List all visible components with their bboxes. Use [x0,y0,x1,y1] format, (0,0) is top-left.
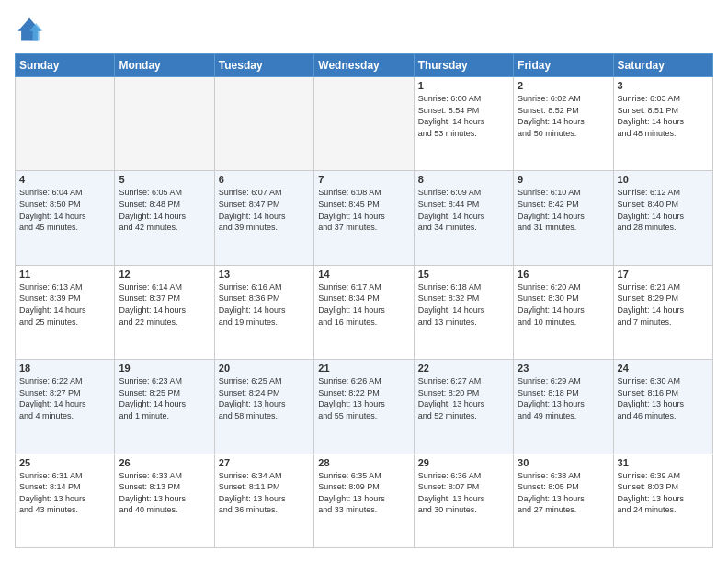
week-row-0: 1Sunrise: 6:00 AM Sunset: 8:54 PM Daylig… [16,77,713,171]
day-number: 10 [618,174,709,185]
calendar-cell: 16Sunrise: 6:20 AM Sunset: 8:30 PM Dayli… [514,265,613,359]
day-number: 29 [418,457,509,468]
day-info: Sunrise: 6:09 AM Sunset: 8:44 PM Dayligh… [418,187,509,233]
day-info: Sunrise: 6:31 AM Sunset: 8:14 PM Dayligh… [19,470,110,516]
calendar-cell: 11Sunrise: 6:13 AM Sunset: 8:39 PM Dayli… [16,265,115,359]
day-info: Sunrise: 6:26 AM Sunset: 8:22 PM Dayligh… [318,375,409,421]
day-info: Sunrise: 6:12 AM Sunset: 8:40 PM Dayligh… [618,187,709,233]
calendar-cell: 22Sunrise: 6:27 AM Sunset: 8:20 PM Dayli… [414,360,513,454]
header-sunday: Sunday [16,54,115,77]
day-number: 23 [518,362,609,373]
day-info: Sunrise: 6:25 AM Sunset: 8:24 PM Dayligh… [219,375,310,421]
calendar-cell: 25Sunrise: 6:31 AM Sunset: 8:14 PM Dayli… [16,454,115,547]
day-info: Sunrise: 6:04 AM Sunset: 8:50 PM Dayligh… [19,187,110,233]
day-info: Sunrise: 6:07 AM Sunset: 8:47 PM Dayligh… [219,187,310,233]
header-saturday: Saturday [613,54,712,77]
calendar-cell: 12Sunrise: 6:14 AM Sunset: 8:37 PM Dayli… [115,265,214,359]
day-number: 15 [418,269,509,280]
day-info: Sunrise: 6:16 AM Sunset: 8:36 PM Dayligh… [219,282,310,327]
day-info: Sunrise: 6:14 AM Sunset: 8:37 PM Dayligh… [119,282,210,327]
calendar-table: SundayMondayTuesdayWednesdayThursdayFrid… [15,53,713,548]
calendar-cell: 28Sunrise: 6:35 AM Sunset: 8:09 PM Dayli… [314,454,414,547]
calendar-body: 1Sunrise: 6:00 AM Sunset: 8:54 PM Daylig… [16,77,713,548]
calendar-cell: 21Sunrise: 6:26 AM Sunset: 8:22 PM Dayli… [314,360,414,454]
day-number: 31 [618,457,709,468]
day-info: Sunrise: 6:13 AM Sunset: 8:39 PM Dayligh… [19,282,110,327]
calendar-cell: 10Sunrise: 6:12 AM Sunset: 8:40 PM Dayli… [613,171,712,265]
header-wednesday: Wednesday [314,54,414,77]
day-number: 4 [19,174,110,185]
calendar-cell: 7Sunrise: 6:08 AM Sunset: 8:45 PM Daylig… [314,171,414,265]
calendar-cell: 14Sunrise: 6:17 AM Sunset: 8:34 PM Dayli… [314,265,414,359]
day-info: Sunrise: 6:29 AM Sunset: 8:18 PM Dayligh… [518,375,609,421]
week-row-3: 18Sunrise: 6:22 AM Sunset: 8:27 PM Dayli… [16,360,713,454]
header-row: SundayMondayTuesdayWednesdayThursdayFrid… [16,54,713,77]
calendar-cell: 5Sunrise: 6:05 AM Sunset: 8:48 PM Daylig… [115,171,214,265]
day-number: 21 [318,362,409,373]
day-number: 30 [518,457,609,468]
calendar-cell: 4Sunrise: 6:04 AM Sunset: 8:50 PM Daylig… [16,171,115,265]
day-number: 12 [119,269,210,280]
day-info: Sunrise: 6:00 AM Sunset: 8:54 PM Dayligh… [418,93,509,139]
calendar-cell: 27Sunrise: 6:34 AM Sunset: 8:11 PM Dayli… [214,454,313,547]
day-number: 22 [418,362,509,373]
day-info: Sunrise: 6:36 AM Sunset: 8:07 PM Dayligh… [418,470,509,516]
day-number: 2 [518,80,609,91]
day-number: 5 [119,174,210,185]
day-info: Sunrise: 6:39 AM Sunset: 8:03 PM Dayligh… [618,470,709,516]
calendar-cell: 23Sunrise: 6:29 AM Sunset: 8:18 PM Dayli… [514,360,613,454]
day-info: Sunrise: 6:05 AM Sunset: 8:48 PM Dayligh… [119,187,210,233]
calendar-cell: 20Sunrise: 6:25 AM Sunset: 8:24 PM Dayli… [214,360,313,454]
day-number: 16 [518,269,609,280]
week-row-4: 25Sunrise: 6:31 AM Sunset: 8:14 PM Dayli… [16,454,713,547]
header-thursday: Thursday [414,54,513,77]
day-number: 20 [219,362,310,373]
header-friday: Friday [514,54,613,77]
day-info: Sunrise: 6:17 AM Sunset: 8:34 PM Dayligh… [318,282,409,327]
day-number: 24 [618,362,709,373]
calendar-cell: 26Sunrise: 6:33 AM Sunset: 8:13 PM Dayli… [115,454,214,547]
day-number: 6 [219,174,310,185]
calendar-cell: 9Sunrise: 6:10 AM Sunset: 8:42 PM Daylig… [514,171,613,265]
calendar-cell [314,77,414,171]
day-info: Sunrise: 6:38 AM Sunset: 8:05 PM Dayligh… [518,470,609,516]
calendar-cell: 19Sunrise: 6:23 AM Sunset: 8:25 PM Dayli… [115,360,214,454]
day-number: 25 [19,457,110,468]
week-row-2: 11Sunrise: 6:13 AM Sunset: 8:39 PM Dayli… [16,265,713,359]
calendar-cell: 3Sunrise: 6:03 AM Sunset: 8:51 PM Daylig… [613,77,712,171]
day-number: 14 [318,269,409,280]
page: SundayMondayTuesdayWednesdayThursdayFrid… [0,0,728,563]
day-info: Sunrise: 6:21 AM Sunset: 8:29 PM Dayligh… [618,282,709,327]
day-number: 8 [418,174,509,185]
day-number: 3 [618,80,709,91]
calendar-header: SundayMondayTuesdayWednesdayThursdayFrid… [16,54,713,77]
calendar-cell: 24Sunrise: 6:30 AM Sunset: 8:16 PM Dayli… [613,360,712,454]
calendar-cell: 29Sunrise: 6:36 AM Sunset: 8:07 PM Dayli… [414,454,513,547]
logo [15,15,48,44]
header [15,15,713,44]
day-number: 27 [219,457,310,468]
day-info: Sunrise: 6:35 AM Sunset: 8:09 PM Dayligh… [318,470,409,516]
week-row-1: 4Sunrise: 6:04 AM Sunset: 8:50 PM Daylig… [16,171,713,265]
day-info: Sunrise: 6:03 AM Sunset: 8:51 PM Dayligh… [618,93,709,139]
day-number: 9 [518,174,609,185]
calendar-cell: 18Sunrise: 6:22 AM Sunset: 8:27 PM Dayli… [16,360,115,454]
header-monday: Monday [115,54,214,77]
day-info: Sunrise: 6:30 AM Sunset: 8:16 PM Dayligh… [618,375,709,421]
calendar-cell: 13Sunrise: 6:16 AM Sunset: 8:36 PM Dayli… [214,265,313,359]
calendar-cell: 6Sunrise: 6:07 AM Sunset: 8:47 PM Daylig… [214,171,313,265]
day-number: 19 [119,362,210,373]
day-info: Sunrise: 6:22 AM Sunset: 8:27 PM Dayligh… [19,375,110,421]
day-number: 18 [19,362,110,373]
day-info: Sunrise: 6:27 AM Sunset: 8:20 PM Dayligh… [418,375,509,421]
day-info: Sunrise: 6:23 AM Sunset: 8:25 PM Dayligh… [119,375,210,421]
day-number: 1 [418,80,509,91]
day-number: 11 [19,269,110,280]
calendar-cell: 30Sunrise: 6:38 AM Sunset: 8:05 PM Dayli… [514,454,613,547]
day-number: 13 [219,269,310,280]
day-info: Sunrise: 6:34 AM Sunset: 8:11 PM Dayligh… [219,470,310,516]
day-info: Sunrise: 6:10 AM Sunset: 8:42 PM Dayligh… [518,187,609,233]
calendar-cell: 31Sunrise: 6:39 AM Sunset: 8:03 PM Dayli… [613,454,712,547]
day-number: 17 [618,269,709,280]
day-number: 26 [119,457,210,468]
